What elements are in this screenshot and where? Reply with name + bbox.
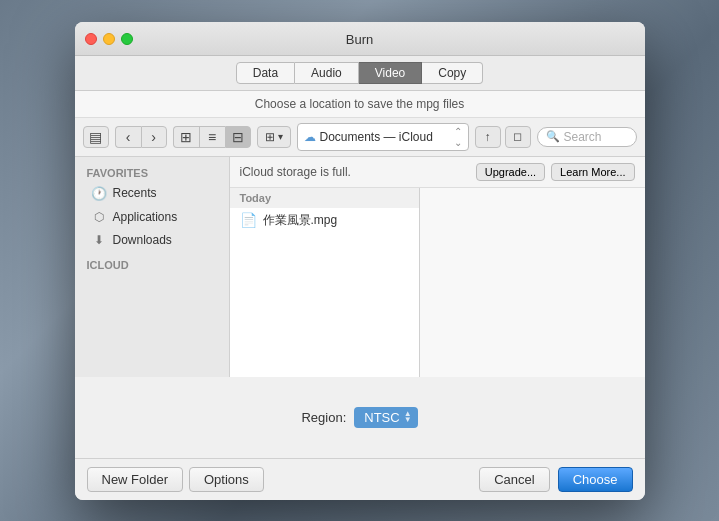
view-group: ⊞ ≡ ⊟ [173, 126, 251, 148]
bottom-bar: New Folder Options Cancel Choose [75, 458, 645, 500]
tab-copy[interactable]: Copy [422, 62, 483, 84]
prompt-text: Choose a location to save the mpg files [255, 97, 464, 111]
list-view-icon: ≡ [208, 129, 216, 145]
sidebar-item-downloads[interactable]: ⬇ Downloads [79, 229, 225, 251]
icloud-warning-text: iCloud storage is full. [240, 165, 470, 179]
nav-group: ‹ › [115, 126, 167, 148]
cancel-button[interactable]: Cancel [479, 467, 549, 492]
region-stepper-icon: ▲ ▼ [404, 411, 412, 422]
downloads-icon: ⬇ [91, 233, 107, 247]
location-stepper-icon: ⌃⌄ [454, 126, 462, 148]
region-label: Region: [301, 410, 346, 425]
file-list-container: Today 📄 作業風景.mpg [230, 188, 645, 377]
sub-column-empty [420, 188, 645, 377]
learn-more-button[interactable]: Learn More... [551, 163, 634, 181]
search-icon: 🔍 [546, 130, 560, 143]
forward-icon: › [151, 129, 156, 145]
tab-data[interactable]: Data [236, 62, 295, 84]
options-button[interactable]: Options [189, 467, 264, 492]
burn-window: Burn Data Audio Video Copy Choose a loca… [75, 22, 645, 500]
favorites-section-title: Favorites [75, 163, 229, 181]
view-column-button[interactable]: ⊟ [225, 126, 251, 148]
region-section: Region: NTSC ▲ ▼ [75, 377, 645, 458]
traffic-lights [85, 33, 133, 45]
action-group: ↑ ◻ [475, 126, 531, 148]
bottom-right-actions: Cancel Choose [479, 467, 632, 492]
tab-video[interactable]: Video [359, 62, 422, 84]
title-bar: Burn [75, 22, 645, 56]
back-icon: ‹ [126, 129, 131, 145]
sidebar: Favorites 🕐 Recents ⬡ Applications ⬇ Dow… [75, 157, 230, 377]
applications-icon: ⬡ [91, 210, 107, 224]
tag-button[interactable]: ◻ [505, 126, 531, 148]
tab-bar: Data Audio Video Copy [75, 56, 645, 91]
file-date-header: Today [230, 188, 419, 208]
new-folder-button[interactable]: New Folder [87, 467, 183, 492]
prompt-bar: Choose a location to save the mpg files [75, 91, 645, 118]
forward-button[interactable]: › [141, 126, 167, 148]
file-name: 作業風景.mpg [263, 212, 338, 229]
dropdown-arrow-icon: ▾ [278, 131, 283, 142]
location-bar[interactable]: ☁ Documents — iCloud ⌃⌄ [297, 123, 469, 151]
column-view-icon: ⊟ [232, 129, 244, 145]
file-column: Today 📄 作業風景.mpg [230, 188, 420, 377]
back-button[interactable]: ‹ [115, 126, 141, 148]
icloud-location-icon: ☁ [304, 130, 316, 144]
sidebar-item-recents[interactable]: 🕐 Recents [79, 182, 225, 205]
view-icon-button[interactable]: ⊞ [173, 126, 199, 148]
icon-view-icon: ⊞ [180, 129, 192, 145]
region-select[interactable]: NTSC ▲ ▼ [354, 407, 417, 428]
view-dropdown-button[interactable]: ⊞ ▾ [257, 126, 291, 148]
search-box[interactable]: 🔍 Search [537, 127, 637, 147]
file-icon: 📄 [240, 212, 257, 228]
sidebar-item-applications[interactable]: ⬡ Applications [79, 206, 225, 228]
search-placeholder: Search [564, 130, 602, 144]
icloud-warning-bar: iCloud storage is full. Upgrade... Learn… [230, 157, 645, 188]
sidebar-label-downloads: Downloads [113, 233, 172, 247]
minimize-button[interactable] [103, 33, 115, 45]
sidebar-label-applications: Applications [113, 210, 178, 224]
bottom-left-actions: New Folder Options [87, 467, 264, 492]
window-title: Burn [346, 32, 373, 47]
sidebar-toggle-button[interactable]: ▤ [83, 126, 109, 148]
region-value: NTSC [364, 410, 399, 425]
upgrade-button[interactable]: Upgrade... [476, 163, 545, 181]
file-panel: iCloud storage is full. Upgrade... Learn… [230, 157, 645, 377]
share-button[interactable]: ↑ [475, 126, 501, 148]
view-dropdown-icon: ⊞ [265, 130, 275, 144]
recents-icon: 🕐 [91, 186, 107, 201]
main-content: Favorites 🕐 Recents ⬡ Applications ⬇ Dow… [75, 157, 645, 377]
close-button[interactable] [85, 33, 97, 45]
share-icon: ↑ [485, 130, 491, 144]
maximize-button[interactable] [121, 33, 133, 45]
tab-audio[interactable]: Audio [295, 62, 359, 84]
tag-icon: ◻ [513, 130, 522, 143]
sidebar-toggle-icon: ▤ [89, 129, 102, 145]
choose-button[interactable]: Choose [558, 467, 633, 492]
view-list-button[interactable]: ≡ [199, 126, 225, 148]
list-item[interactable]: 📄 作業風景.mpg [230, 208, 419, 233]
sidebar-label-recents: Recents [113, 186, 157, 200]
location-text: Documents — iCloud [320, 130, 450, 144]
icloud-section-title: iCloud [75, 255, 229, 273]
toolbar: ▤ ‹ › ⊞ ≡ ⊟ ⊞ ▾ ☁ Document [75, 118, 645, 157]
